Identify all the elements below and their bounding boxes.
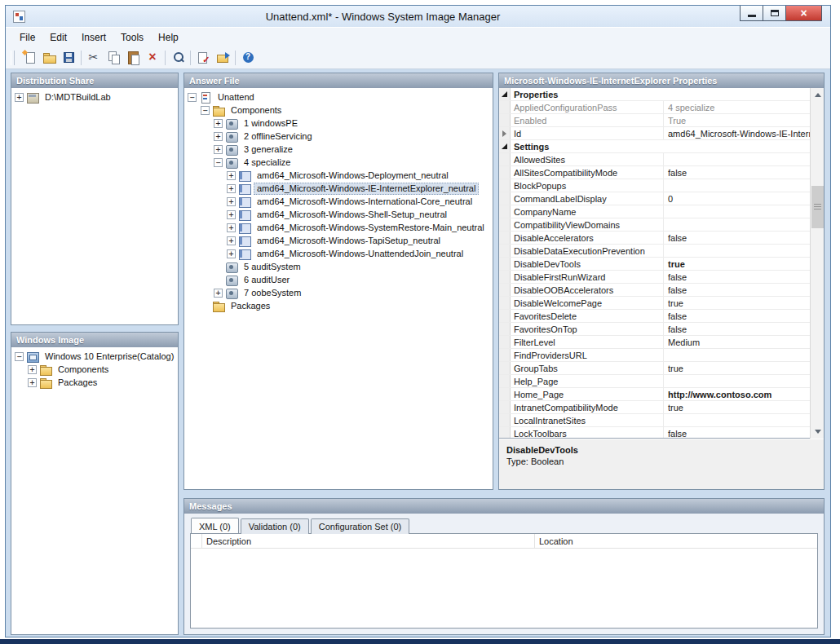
property-value[interactable]: true — [664, 401, 810, 413]
expand-icon[interactable]: + — [227, 223, 236, 232]
answer-file-item[interactable]: 3 generalize — [241, 143, 296, 156]
answer-file-item[interactable]: 5 auditSystem — [241, 261, 304, 273]
answer-file-item[interactable]: 4 specialize — [241, 157, 294, 169]
answer-file-item[interactable]: amd64_Microsoft-Windows-IE-InternetExplo… — [254, 183, 479, 195]
expand-icon[interactable]: + — [227, 210, 236, 219]
property-value[interactable]: 4 specialize — [664, 101, 810, 113]
answer-file-item[interactable]: 2 offlineServicing — [241, 130, 316, 143]
scroll-up-button[interactable] — [811, 88, 824, 102]
property-row[interactable]: EnabledTrue — [499, 114, 810, 127]
property-value[interactable]: false — [664, 427, 810, 439]
property-row[interactable]: Help_Page — [499, 375, 810, 388]
toolbar-new-file-button[interactable] — [20, 48, 39, 67]
toolbar-save-button[interactable] — [59, 48, 78, 67]
expand-icon[interactable]: + — [28, 378, 37, 387]
expand-icon[interactable]: + — [214, 132, 223, 141]
property-value[interactable] — [664, 349, 810, 361]
toolbar-delete-button[interactable] — [143, 48, 162, 67]
expand-icon[interactable]: + — [227, 197, 236, 206]
property-value[interactable]: true — [664, 362, 810, 374]
menu-help[interactable]: Help — [151, 29, 186, 46]
toolbar-copy-button[interactable] — [104, 48, 123, 67]
answer-file-item[interactable]: Components — [228, 104, 285, 117]
property-row[interactable]: CompanyName — [499, 205, 810, 218]
property-row[interactable]: DisableAcceleratorsfalse — [499, 232, 810, 245]
property-value[interactable]: false — [664, 232, 810, 244]
menu-edit[interactable]: Edit — [42, 29, 74, 46]
property-row[interactable]: FilterLevelMedium — [499, 336, 810, 349]
scroll-down-button[interactable] — [811, 425, 824, 439]
property-value[interactable]: true — [664, 258, 810, 270]
property-row[interactable]: AllowedSites — [499, 153, 810, 166]
answer-file-item[interactable]: amd64_Microsoft-Windows-International-Co… — [254, 196, 475, 208]
close-button[interactable] — [785, 6, 822, 21]
answer-file-item[interactable]: amd64_Microsoft-Windows-Shell-Setup_neut… — [254, 209, 450, 221]
section-expanded-icon[interactable] — [502, 143, 507, 149]
property-row[interactable]: AppliedConfigurationPass4 specialize — [499, 101, 810, 114]
windows-image-item[interactable]: Components — [55, 364, 112, 376]
property-row[interactable]: DisableWelcomePagetrue — [499, 297, 810, 310]
property-value[interactable]: false — [664, 166, 810, 179]
expand-icon[interactable]: + — [214, 119, 223, 128]
property-row[interactable]: BlockPopups — [499, 179, 810, 192]
answer-file-item[interactable]: 6 auditUser — [241, 274, 293, 286]
property-value[interactable] — [664, 414, 810, 426]
property-value[interactable] — [664, 218, 810, 231]
expand-icon[interactable]: + — [227, 236, 236, 245]
answer-file-item[interactable]: amd64_Microsoft-Windows-SystemRestore-Ma… — [254, 222, 488, 234]
property-value[interactable]: http://www.contoso.com — [664, 388, 810, 400]
property-value[interactable]: 0 — [664, 192, 810, 205]
property-row[interactable]: FavoritesDeletefalse — [499, 310, 810, 323]
collapse-icon[interactable]: − — [15, 352, 24, 361]
property-row[interactable]: FavoritesOnTopfalse — [499, 323, 810, 336]
menu-insert[interactable]: Insert — [74, 29, 113, 46]
property-value[interactable]: false — [664, 310, 810, 322]
toolbar-find-button[interactable] — [168, 48, 188, 67]
property-value[interactable]: True — [664, 114, 810, 126]
tab-validation[interactable]: Validation (0) — [241, 518, 309, 534]
property-value[interactable] — [664, 375, 810, 387]
answer-file-item[interactable]: amd64_Microsoft-Windows-TapiSetup_neutra… — [254, 235, 444, 247]
collapse-icon[interactable]: − — [188, 93, 197, 102]
toolbar-cut-button[interactable] — [84, 48, 104, 67]
minimize-button[interactable] — [740, 6, 763, 21]
expand-icon[interactable]: + — [28, 365, 37, 374]
property-row[interactable]: IntranetCompatibilityModetrue — [499, 401, 810, 414]
property-value[interactable]: false — [664, 271, 810, 283]
toolbar-validate-button[interactable] — [193, 48, 213, 67]
maximize-button[interactable] — [763, 6, 786, 21]
column-header-location[interactable]: Location — [535, 534, 817, 548]
menu-file[interactable]: File — [12, 29, 42, 46]
property-row[interactable]: Home_Pagehttp://www.contoso.com — [499, 388, 810, 401]
expand-icon[interactable]: + — [214, 145, 223, 154]
property-row[interactable]: FindProvidersURL — [499, 349, 810, 362]
column-header-description[interactable]: Description — [202, 534, 535, 548]
property-row[interactable]: DisableOOBAcceleratorsfalse — [499, 284, 810, 297]
windows-image-item[interactable]: Windows 10 Enterprise(Catalog) — [42, 351, 177, 363]
property-value[interactable]: Medium — [664, 336, 810, 348]
property-value[interactable]: true — [664, 297, 810, 309]
property-row[interactable]: CommandLabelDisplay0 — [499, 192, 810, 205]
toolbar-create-config-set-button[interactable] — [213, 48, 232, 67]
answer-file-item[interactable]: Unattend — [214, 91, 258, 104]
expand-icon[interactable]: + — [227, 249, 236, 258]
expand-icon[interactable]: + — [214, 289, 223, 298]
expand-icon[interactable]: + — [15, 93, 24, 102]
property-value[interactable]: false — [664, 323, 810, 335]
answer-file-item[interactable]: amd64_Microsoft-Windows-Deployment_neutr… — [254, 170, 452, 182]
property-row[interactable]: LockToolbarsfalse — [499, 427, 810, 439]
property-row[interactable]: GroupTabstrue — [499, 362, 810, 375]
toolbar-paste-button[interactable] — [123, 48, 143, 67]
row-expander-icon[interactable] — [502, 130, 506, 137]
title-bar[interactable]: Unattend.xml* - Windows System Image Man… — [6, 6, 830, 27]
answer-file-item[interactable]: 7 oobeSystem — [241, 287, 304, 299]
property-value[interactable] — [664, 205, 810, 218]
windows-image-item[interactable]: Packages — [55, 377, 100, 389]
collapse-icon[interactable]: − — [201, 106, 210, 115]
distribution-share-item[interactable]: D:\MDTBuildLab — [42, 91, 114, 104]
property-row[interactable]: AllSitesCompatibilityModefalse — [499, 166, 810, 179]
property-row[interactable]: CompatibilityViewDomains — [499, 218, 810, 232]
collapse-icon[interactable]: − — [214, 158, 223, 167]
property-row[interactable]: Idamd64_Microsoft-Windows-IE-InternetExp… — [499, 127, 810, 140]
expand-icon[interactable]: + — [227, 171, 236, 180]
